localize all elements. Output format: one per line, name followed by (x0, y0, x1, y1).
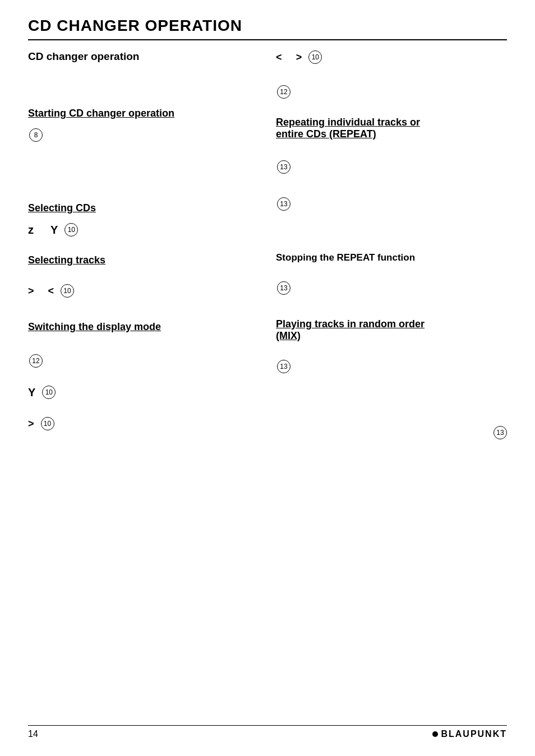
page-title: CD CHANGER OPERATION (28, 17, 242, 34)
circle-13-e-container: 13 (276, 426, 507, 439)
circle-13-b-row: 13 (276, 197, 507, 211)
repeating-heading: Repeating individual tracks or entire CD… (276, 117, 507, 140)
selecting-cds-symbols: z Y 10 (28, 223, 259, 236)
starting-heading: Starting CD changer operation (28, 108, 259, 119)
y-arrow-sym: Y (28, 386, 35, 399)
selecting-cds-heading: Selecting CDs (28, 202, 259, 214)
cd-operation-line: CD changer operation (28, 50, 259, 63)
circle-13-c-row: 13 (276, 281, 507, 295)
playing-heading: Playing tracks in random order (MIX) (276, 318, 507, 342)
brand-name: BLAUPUNKT (441, 729, 507, 739)
brand-area: BLAUPUNKT (432, 729, 507, 739)
starting-circle-row: 8 (28, 128, 259, 142)
brand-dot (432, 731, 438, 737)
tracks-symbols: > < 10 (28, 284, 259, 298)
page-number: 14 (28, 729, 38, 739)
stopping-heading: Stopping the REPEAT function (276, 252, 507, 263)
right-column: < > 10 12 Repeating individual tracks or… (276, 50, 507, 439)
main-content: CD changer operation Starting CD changer… (28, 50, 507, 439)
circle-8: 8 (29, 128, 43, 142)
circle-13-c: 13 (277, 281, 290, 295)
track-right-arrow: > (28, 285, 34, 297)
switching-right-arrow: > (28, 418, 34, 430)
switching-right-arrow-row: > 10 (28, 417, 259, 430)
circle-12-right: 12 (277, 85, 290, 99)
selecting-tracks-heading: Selecting tracks (28, 254, 259, 266)
cd-op-left-arrow: < (276, 52, 282, 63)
circle-10-right: 10 (41, 417, 54, 430)
track-left-arrow: < (48, 285, 54, 297)
switching-heading: Switching the display mode (28, 321, 259, 333)
circle-10-tracks: 10 (61, 284, 74, 298)
circle-13-a: 13 (277, 160, 290, 174)
down-arrow-sym: Y (50, 224, 58, 236)
page: CD CHANGER OPERATION CD changer operatio… (0, 0, 535, 756)
circle-13-a-row: 13 (276, 160, 507, 174)
cd-operation-label: CD changer operation (28, 50, 139, 63)
circle-10-cds: 10 (64, 223, 78, 236)
circle-10-cd-op: 10 (308, 50, 322, 64)
circle-10-y: 10 (42, 386, 56, 399)
circle-13-d: 13 (277, 360, 290, 373)
left-column: CD changer operation Starting CD changer… (28, 50, 259, 439)
page-footer: 14 BLAUPUNKT (28, 725, 507, 739)
circle-13-b: 13 (277, 197, 290, 211)
cd-op-right-arrow: > (296, 52, 302, 63)
switching-y-row: Y 10 (28, 386, 259, 399)
circle-13-e: 13 (494, 426, 507, 439)
page-header: CD CHANGER OPERATION (28, 17, 507, 40)
switching-circle-12-row: 12 (28, 354, 259, 368)
up-arrow-sym: z (28, 224, 34, 236)
circle-12-switching: 12 (29, 354, 43, 368)
circle-12-row-right: 12 (276, 85, 507, 99)
cd-op-right: < > 10 (276, 50, 507, 64)
circle-13-d-row: 13 (276, 360, 507, 373)
